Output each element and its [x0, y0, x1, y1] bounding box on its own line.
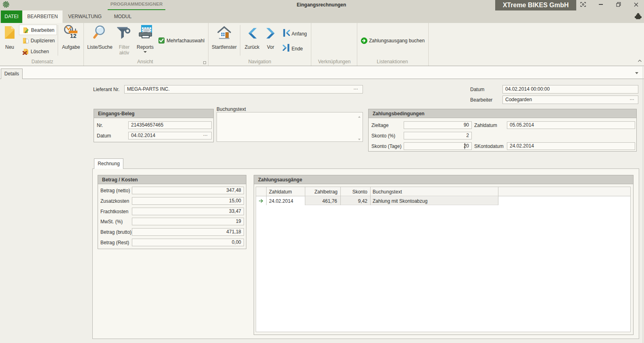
- svg-text:12: 12: [70, 33, 76, 39]
